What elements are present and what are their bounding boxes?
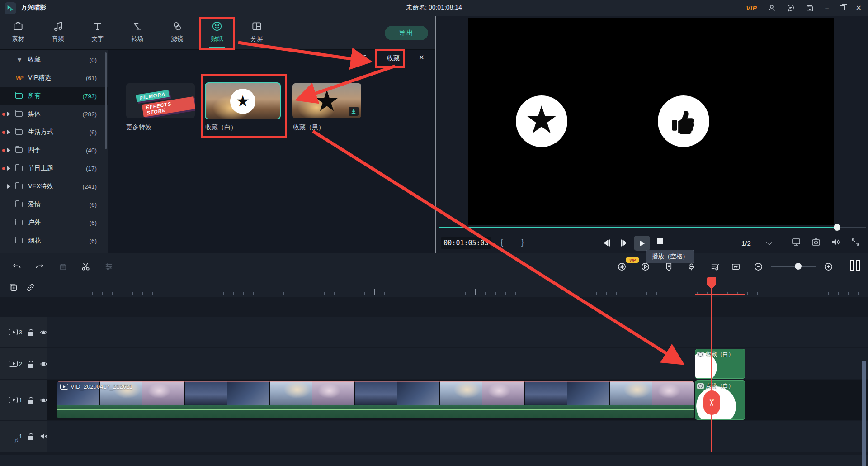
- display-device-icon[interactable]: [791, 237, 802, 248]
- audio-track-1-lane[interactable]: [47, 421, 868, 452]
- sidebar-category-item[interactable]: 爱情 (6): [0, 195, 108, 214]
- store-thumbnail[interactable]: FILMORA EFFECTS STORE: [126, 83, 195, 118]
- sticker-clip-like-white[interactable]: 点赞（白）: [695, 380, 745, 420]
- seek-bar-knob[interactable]: [834, 224, 840, 231]
- video-clip[interactable]: VID_20200417_212621: [57, 381, 694, 418]
- category-icon: [15, 56, 24, 63]
- sidebar-category-item[interactable]: VIP精选 (61): [0, 69, 108, 87]
- preview-star-sticker[interactable]: ★: [516, 95, 567, 147]
- audio-ducking-icon[interactable]: [616, 261, 627, 272]
- new-indicator-dot: [2, 131, 5, 134]
- timeline-zoom-knob[interactable]: [795, 263, 802, 270]
- sidebar-category-item[interactable]: 收藏 (0): [0, 51, 108, 69]
- search-clear-icon[interactable]: ✕: [419, 53, 425, 62]
- link-icon[interactable]: [24, 281, 36, 293]
- category-count: (61): [86, 75, 97, 81]
- tab-text[interactable]: 文字: [80, 19, 116, 48]
- grid-view-icon[interactable]: [359, 55, 367, 62]
- category-label: 烟花: [28, 237, 41, 245]
- playhead-line[interactable]: [711, 277, 712, 452]
- close-button[interactable]: ✕: [856, 5, 862, 12]
- minimize-button[interactable]: −: [825, 5, 829, 12]
- video-track-3-lane[interactable]: [47, 317, 868, 347]
- sidebar-category-item[interactable]: 媒体 (282): [0, 105, 108, 123]
- mute-speaker-icon[interactable]: [40, 433, 47, 440]
- sidebar-category-item[interactable]: VFX特效 (241): [0, 177, 108, 195]
- sidebar-category-item[interactable]: 所有 (793): [0, 87, 108, 105]
- tab-splitscreen[interactable]: 分屏: [239, 19, 275, 48]
- category-label: 生活方式: [28, 128, 53, 136]
- visibility-eye-icon[interactable]: [40, 328, 47, 336]
- expand-caret-icon[interactable]: [7, 184, 10, 189]
- sidebar-category-item[interactable]: 户外 (6): [0, 214, 108, 232]
- sticker-clip-favorite-white[interactable]: 收藏（白）: [695, 349, 745, 379]
- preview-quality-value: 1/2: [738, 239, 751, 247]
- stop-button[interactable]: [657, 238, 663, 244]
- favorite-white-thumbnail[interactable]: ★: [205, 82, 281, 119]
- category-count: (6): [90, 238, 97, 244]
- mark-in-button[interactable]: {: [500, 238, 503, 247]
- playhead-handle[interactable]: [707, 277, 716, 285]
- video-track-3[interactable]: 3: [0, 317, 868, 347]
- redo-button[interactable]: [33, 261, 45, 272]
- dual-panel-icon[interactable]: [850, 260, 860, 271]
- zoom-in-icon[interactable]: [822, 261, 834, 272]
- vip-badge[interactable]: VIP: [746, 5, 757, 12]
- vertical-scrollbar[interactable]: [862, 361, 866, 466]
- feedback-icon[interactable]: [787, 4, 795, 12]
- volume-icon[interactable]: [830, 237, 841, 248]
- lock-icon[interactable]: [28, 400, 33, 404]
- timeline-zoom-slider[interactable]: [771, 266, 816, 267]
- tab-transition[interactable]: 转场: [119, 19, 156, 48]
- audio-track-1-header: 1: [0, 421, 47, 452]
- sticker-clip-label: 点赞（白）: [706, 382, 734, 390]
- preview-thumbsup-sticker[interactable]: [658, 95, 709, 147]
- tab-sticker[interactable]: 贴纸: [199, 19, 235, 48]
- preview-quality-dropdown[interactable]: 1/2: [738, 237, 781, 249]
- fullscreen-icon[interactable]: [850, 237, 861, 248]
- sidebar-category-item[interactable]: 节日主题 (17): [0, 159, 108, 177]
- add-to-track-icon[interactable]: [7, 281, 19, 293]
- sidebar-scrollbar[interactable]: [105, 52, 107, 149]
- track-number: 2: [19, 361, 22, 367]
- expand-caret-icon[interactable]: [7, 166, 10, 171]
- undo-button[interactable]: [11, 261, 23, 272]
- expand-caret-icon[interactable]: [7, 130, 10, 134]
- account-icon[interactable]: [768, 4, 776, 12]
- search-input[interactable]: 收藏: [382, 54, 405, 62]
- category-label: 户外: [28, 219, 41, 227]
- split-scissors-button[interactable]: [80, 261, 91, 272]
- lock-icon[interactable]: [28, 436, 33, 440]
- sidebar-category-item[interactable]: 四季 (40): [0, 141, 108, 159]
- snapshot-icon[interactable]: [811, 237, 822, 248]
- audio-track-1[interactable]: 1: [0, 421, 868, 452]
- lock-icon[interactable]: [28, 332, 33, 336]
- fit-timeline-icon[interactable]: [730, 261, 741, 272]
- store-icon[interactable]: [806, 4, 814, 12]
- sidebar-category-item[interactable]: 生活方式 (6): [0, 123, 108, 141]
- expand-caret-icon[interactable]: [7, 112, 10, 116]
- favorite-black-thumbnail[interactable]: ★: [292, 83, 361, 118]
- download-icon[interactable]: [349, 107, 359, 116]
- mark-out-button[interactable]: }: [521, 238, 524, 247]
- tab-filter[interactable]: 滤镜: [159, 19, 195, 48]
- category-label: VFX特效: [28, 182, 53, 190]
- sidebar-category-item[interactable]: 烟花 (6): [0, 232, 108, 250]
- next-frame-button[interactable]: [618, 237, 630, 249]
- previous-frame-button[interactable]: [600, 237, 612, 249]
- clip-drop-indicator: [695, 294, 745, 295]
- video-preview[interactable]: ★: [468, 18, 834, 225]
- visibility-eye-icon[interactable]: [40, 360, 47, 368]
- delete-button[interactable]: [57, 261, 69, 272]
- adjust-properties-button[interactable]: [103, 261, 114, 272]
- zoom-out-icon[interactable]: [752, 261, 764, 272]
- tab-media[interactable]: 素材: [0, 19, 36, 48]
- play-button[interactable]: [634, 236, 650, 251]
- export-button[interactable]: 导出: [385, 26, 428, 40]
- expand-caret-icon[interactable]: [7, 148, 10, 152]
- audio-track-list-icon[interactable]: [709, 261, 721, 272]
- restore-button[interactable]: [840, 5, 845, 10]
- tab-audio[interactable]: 音频: [40, 19, 76, 48]
- lock-icon[interactable]: [28, 364, 33, 368]
- visibility-eye-icon[interactable]: [40, 396, 47, 404]
